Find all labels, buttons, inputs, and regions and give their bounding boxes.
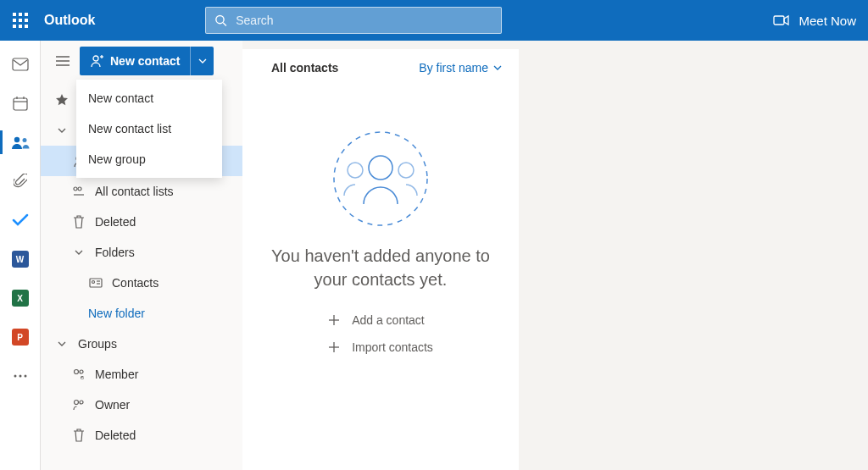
rail-excel[interactable]: X [0, 281, 41, 315]
chevron-down-icon [54, 128, 70, 133]
star-icon [54, 93, 70, 107]
trash-icon [71, 215, 86, 229]
nav-folders[interactable]: Folders [41, 237, 242, 268]
new-contact-menu: New contact New contact list New group [76, 80, 222, 178]
rail-people[interactable] [0, 125, 41, 159]
svg-rect-4 [14, 98, 27, 110]
chevron-down-icon [198, 58, 207, 64]
svg-point-30 [75, 401, 79, 405]
powerpoint-icon: P [12, 329, 29, 346]
nav-label: Contacts [112, 276, 159, 290]
nav-toggle[interactable] [51, 49, 75, 73]
svg-rect-3 [13, 58, 28, 70]
nav-label: Owner [95, 398, 130, 412]
search-icon [214, 14, 227, 27]
menu-new-contact[interactable]: New contact [76, 83, 222, 113]
empty-illustration [326, 124, 436, 234]
hamburger-icon [56, 56, 70, 66]
rail-mail[interactable] [0, 47, 41, 81]
nav-folder-contacts[interactable]: Contacts [41, 268, 242, 298]
owner-icon [71, 399, 86, 411]
word-icon: W [12, 251, 29, 268]
more-icon [14, 374, 27, 378]
search-box[interactable] [205, 7, 502, 34]
nav-label: Groups [78, 337, 117, 351]
nav-member[interactable]: Member [41, 359, 242, 390]
svg-line-1 [224, 23, 227, 26]
empty-line1: You haven't added anyone to [271, 244, 490, 268]
panel-title: All contacts [271, 61, 338, 75]
menu-new-group[interactable]: New group [76, 144, 222, 174]
plus-icon [328, 341, 340, 353]
new-contact-button[interactable]: New contact [80, 47, 214, 75]
svg-point-16 [93, 56, 98, 61]
chevron-down-icon [71, 250, 86, 255]
search-input[interactable] [236, 14, 492, 27]
meet-now-button[interactable]: Meet Now [773, 14, 856, 28]
svg-point-27 [75, 370, 79, 374]
rail-files[interactable] [0, 164, 41, 198]
nav-all-contact-lists[interactable]: All contact lists [41, 176, 242, 207]
svg-point-9 [22, 138, 26, 142]
excel-icon: X [12, 290, 29, 307]
nav-label: Member [95, 368, 138, 381]
video-icon [773, 14, 790, 26]
rail-todo[interactable] [0, 203, 41, 237]
rail-calendar[interactable] [0, 86, 41, 120]
svg-point-24 [92, 281, 95, 284]
nav-label: Deleted [95, 215, 136, 229]
calendar-icon [13, 96, 28, 111]
new-contact-dropdown[interactable] [190, 47, 214, 75]
contacts-panel: All contacts By first name You ha [242, 49, 519, 470]
rail-more[interactable] [0, 359, 41, 393]
svg-point-10 [14, 375, 16, 378]
empty-state: You haven't added anyone to your contact… [242, 86, 519, 354]
svg-point-28 [80, 370, 83, 373]
main-area: All contacts By first name You ha [242, 41, 868, 470]
meet-now-label: Meet Now [798, 14, 856, 28]
import-contacts-button[interactable]: Import contacts [328, 340, 433, 354]
nav-label: Deleted [95, 429, 136, 442]
people-list-icon [71, 185, 86, 197]
add-contact-label: Add a contact [352, 313, 425, 327]
waffle-icon [13, 13, 28, 28]
app-launcher[interactable] [0, 0, 41, 41]
mail-icon [12, 58, 29, 71]
nav-owner[interactable]: Owner [41, 390, 242, 420]
svg-point-20 [74, 187, 77, 191]
nav-groups-header[interactable]: Groups [41, 329, 242, 359]
svg-point-11 [19, 375, 21, 378]
import-contacts-label: Import contacts [352, 340, 433, 354]
nav-deleted[interactable]: Deleted [41, 207, 242, 237]
empty-line2: your contacts yet. [271, 268, 490, 291]
nav-column: New contact New contact New contact list… [41, 41, 242, 470]
nav-groups-deleted[interactable]: Deleted [41, 420, 242, 451]
add-contact-button[interactable]: Add a contact [328, 313, 433, 327]
nav-new-folder[interactable]: New folder [41, 298, 242, 329]
attach-icon [14, 174, 27, 189]
svg-point-8 [14, 137, 19, 142]
brand-label: Outlook [44, 13, 95, 28]
sort-button[interactable]: By first name [419, 61, 502, 75]
member-icon [71, 368, 86, 380]
svg-point-32 [334, 132, 427, 225]
svg-point-34 [348, 163, 363, 178]
menu-new-contact-list[interactable]: New contact list [76, 113, 222, 144]
rail-word[interactable]: W [0, 242, 41, 276]
svg-point-31 [80, 401, 83, 404]
top-bar: Outlook Meet Now [0, 0, 868, 41]
svg-rect-23 [90, 279, 102, 287]
check-icon [12, 213, 29, 227]
svg-point-21 [78, 187, 81, 191]
sort-label: By first name [419, 61, 488, 75]
svg-point-0 [216, 15, 224, 23]
nav-label: Folders [95, 246, 135, 259]
trash-icon [71, 429, 86, 442]
nav-label: All contact lists [95, 185, 174, 198]
add-person-icon [90, 54, 103, 68]
new-contact-main[interactable]: New contact [80, 47, 190, 75]
svg-point-12 [24, 375, 26, 378]
new-contact-label: New contact [110, 54, 180, 68]
contact-card-icon [88, 278, 103, 288]
rail-powerpoint[interactable]: P [0, 320, 41, 354]
